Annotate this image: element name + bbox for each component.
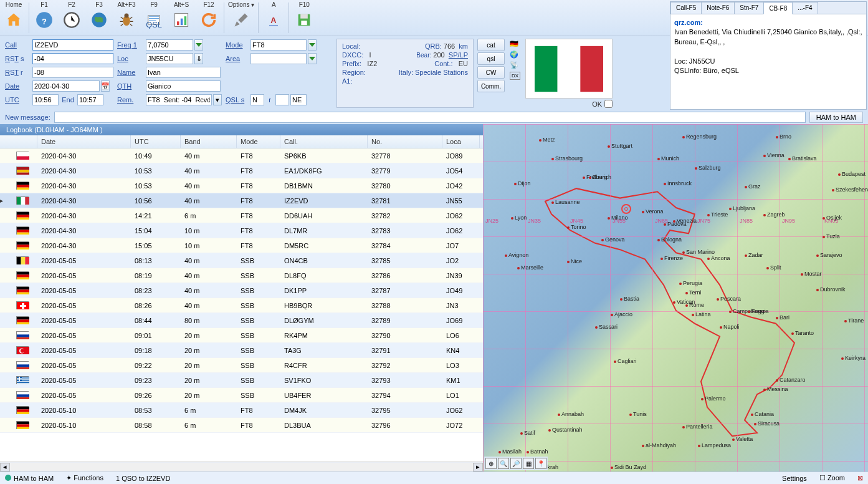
qth-label: QTH	[117, 82, 145, 90]
scroll-right-button[interactable]: ▸	[473, 463, 483, 472]
log-row[interactable]: 2020-05-0508:1940 mSSBDL8FQ32786JN39	[0, 268, 483, 283]
globe-mini-icon[interactable]: 🌍	[510, 51, 520, 59]
map-panel[interactable]: JN25JN35JN45JN55JN65JN75JN85JN95KN05 Met…	[483, 124, 868, 472]
splp-link[interactable]: SP/LP	[449, 51, 468, 59]
utc-input[interactable]	[32, 94, 59, 105]
log-row[interactable]: 2020-05-0509:1820 mSSBTA3G32791KN4	[0, 343, 483, 358]
name-input[interactable]	[146, 67, 221, 78]
toolbar-f3[interactable]: F3	[85, 0, 113, 36]
svg-rect-31	[17, 215, 29, 217]
dx-icon[interactable]: DX	[510, 72, 520, 80]
svg-rect-33	[17, 227, 29, 230]
cw-button[interactable]: CW	[477, 66, 505, 79]
svg-rect-15	[302, 21, 307, 25]
svg-rect-50	[20, 305, 26, 307]
log-row[interactable]: 2020-04-3010:5340 mFT8EA1/DK8FG32779JO54	[0, 163, 483, 178]
svg-rect-35	[17, 233, 29, 235]
qsl-icon: QSL	[143, 9, 165, 31]
log-row[interactable]: 2020-05-1008:536 mFT8DM4JK32795JO62	[0, 403, 483, 418]
map-city: Ajaccio	[611, 311, 632, 317]
message-input[interactable]	[54, 112, 806, 123]
scroll-left-button[interactable]: ◂	[0, 463, 10, 472]
svg-rect-11	[184, 16, 187, 25]
toolbar-font[interactable]: A A	[260, 0, 287, 36]
rstr-input[interactable]	[32, 67, 113, 78]
freq-input[interactable]	[146, 39, 193, 51]
right-tab[interactable]: ...-F4	[792, 2, 818, 14]
log-row[interactable]: 2020-05-0508:2640 mSSBHB9BQR32788JN3	[0, 298, 483, 313]
log-row[interactable]: 2020-05-0509:0120 mSSBRK4PM32790LO6	[0, 328, 483, 343]
ok-checkbox[interactable]	[604, 100, 613, 108]
zoom-in-icon[interactable]: 🔍	[498, 458, 509, 469]
loc-input[interactable]	[146, 53, 193, 64]
map-city: al-Mahdiyah	[642, 442, 676, 448]
log-row[interactable]: 2020-04-3014:216 mFT8DD6UAH32782JO62	[0, 208, 483, 223]
toolbar-home[interactable]: Home	[0, 0, 27, 36]
log-row[interactable]: 2020-05-1008:586 mFT8DL3BUA32796JO72	[0, 418, 483, 433]
log-row[interactable]: 2020-04-3015:0410 mFT8DL7MR32783JO62	[0, 223, 483, 238]
layers-icon[interactable]: ▦	[523, 458, 534, 469]
loc-drop[interactable]: ⇓	[194, 53, 203, 64]
log-row[interactable]: 2020-04-3010:4940 mFT8SP6KB32778JO89	[0, 148, 483, 163]
log-row[interactable]: 2020-04-3010:5340 mFT8DB1BMN32780JO42	[0, 178, 483, 193]
log-row[interactable]: 2020-04-3015:0510 mFT8DM5RC32784JO7	[0, 238, 483, 253]
rem-input[interactable]	[146, 94, 212, 105]
date-input[interactable]	[32, 80, 100, 92]
toolbar-alts[interactable]: Alt+S	[168, 0, 195, 36]
toolbar-f9[interactable]: F9 QSL	[140, 0, 168, 36]
marker-icon[interactable]: 📍	[535, 458, 546, 469]
mode-drop[interactable]	[308, 39, 317, 51]
log-row[interactable]: 2020-05-0508:1340 mSSBON4CB32785JO2	[0, 253, 483, 268]
scroll-track[interactable]	[10, 463, 473, 472]
rsts-input[interactable]	[32, 53, 113, 64]
toolbar-f1[interactable]: F1 ?	[31, 0, 58, 36]
map-city: Ljubljana	[729, 205, 755, 211]
help-icon: ?	[33, 9, 55, 31]
area-input[interactable]	[250, 53, 307, 64]
ham-to-ham-button[interactable]: HAM to HAM	[809, 112, 863, 123]
toolbar-f2[interactable]: F2	[58, 0, 85, 36]
qth-input[interactable]	[146, 80, 221, 92]
right-tab[interactable]: Note-F6	[701, 2, 735, 14]
log-row[interactable]: 2020-05-0509:2620 mSSBUB4FER32794LO1	[0, 388, 483, 403]
toolbar-altf3[interactable]: Alt+F3	[113, 0, 140, 36]
log-row[interactable]: 2020-05-0508:4480 mSSBDLØGYM32789JO69	[0, 313, 483, 328]
rem-drop[interactable]: ▾	[213, 94, 222, 105]
end-input[interactable]	[77, 94, 103, 105]
map-city: Torino	[567, 224, 586, 230]
qrz-link[interactable]: qrz.com:	[674, 18, 862, 27]
comm-button[interactable]: Comm.	[477, 80, 505, 92]
freq-label: Freq 1	[117, 41, 145, 49]
right-tab[interactable]: Stn-F7	[734, 2, 764, 14]
functions-status[interactable]: ✦ Functions	[66, 474, 103, 482]
area-drop[interactable]	[308, 53, 317, 64]
mode-input[interactable]	[250, 39, 307, 51]
settings-link[interactable]: Settings	[782, 475, 807, 482]
svg-rect-76	[17, 412, 29, 414]
toolbar-options[interactable]: Options ▾	[226, 0, 257, 36]
ne-input[interactable]	[290, 94, 307, 105]
sat-icon[interactable]: 📡	[510, 61, 520, 69]
save-icon	[293, 9, 315, 31]
freq-drop[interactable]	[194, 39, 203, 51]
qsls-input[interactable]	[250, 94, 264, 105]
flag-mini-icon[interactable]: 🇩🇪	[510, 40, 520, 48]
log-row[interactable]: 2020-05-0509:2320 mSSBSV1FKO32793KM1	[0, 373, 483, 388]
qslr-input[interactable]	[275, 94, 289, 105]
calendar-icon[interactable]: 📅	[101, 80, 110, 92]
cat-button[interactable]: cat	[477, 39, 505, 51]
qsl-button[interactable]: qsl	[477, 52, 505, 65]
log-row[interactable]: 2020-05-0509:2220 mSSBR4CFR32792LO3	[0, 358, 483, 373]
call-input[interactable]	[32, 39, 113, 51]
right-tab[interactable]: Call-F5	[670, 2, 702, 14]
zoom-reset-icon[interactable]: ⊕	[485, 458, 497, 469]
log-row[interactable]: ▸2020-04-3010:5640 mFT8IZ2EVD32781JN55	[0, 193, 483, 208]
toolbar-f12[interactable]: F12	[195, 0, 222, 36]
zoom-out-icon[interactable]: 🔎	[510, 458, 522, 469]
toolbar-f10[interactable]: F10	[290, 0, 318, 36]
svg-rect-36	[17, 242, 29, 244]
log-row[interactable]: 2020-05-0508:2340 mSSBDK1PP32787JO49	[0, 283, 483, 298]
right-tab[interactable]: CB-F8	[763, 2, 793, 14]
close-map-icon[interactable]: ⊠	[857, 474, 863, 482]
zoom-status[interactable]: ☐ Zoom	[819, 474, 845, 482]
